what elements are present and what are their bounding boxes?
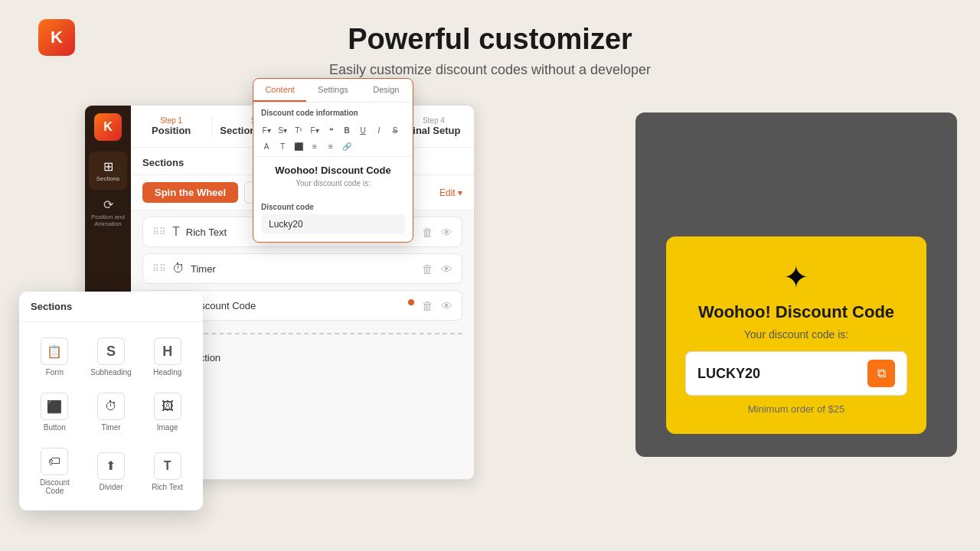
table-row: ⠿⠿ ⏱ Timer 🗑 👁 (142, 253, 462, 284)
code-woohoo-title: Woohoo! Discount Code (261, 165, 405, 176)
code-woohoo-sub: Your discount code is: (261, 179, 405, 187)
card-subtitle: Your discount code is: (685, 328, 907, 341)
list-item[interactable]: 🏷 Discount Code (27, 440, 83, 503)
discount-popup-icon: 🏷 (41, 448, 68, 475)
format-btn[interactable]: T (276, 139, 289, 153)
image-label: Image (157, 423, 178, 432)
form-icon: 📋 (41, 337, 68, 365)
content-area: K ⊞ Sections ⟳ Position and Animation St… (0, 90, 980, 533)
list-item[interactable]: 🖼 Image (139, 385, 195, 439)
subheading-label: Subheading (90, 368, 131, 377)
page-title: Powerful customizer (0, 23, 980, 56)
timer-visibility-icon[interactable]: 👁 (441, 262, 452, 276)
copy-code-button[interactable]: ⧉ (867, 360, 895, 387)
divider-label: Divider (99, 483, 122, 491)
sections-icon: ⊞ (103, 159, 113, 174)
button-label: Button (44, 423, 66, 432)
timer-name: Timer (191, 263, 416, 275)
richtext-type-icon: T (172, 225, 180, 239)
discount-popup-label: Discount Code (31, 478, 79, 495)
subheading-icon: S (97, 337, 125, 365)
sections-popup: Sections 📋 Form S Subheading H Heading ⬛… (19, 292, 203, 510)
heading-icon: H (154, 337, 181, 365)
copy-icon: ⧉ (877, 367, 886, 380)
position-icon: ⟳ (103, 197, 113, 212)
spin-wheel-tab[interactable]: Spin the Wheel (142, 182, 238, 203)
sections-grid: 📋 Form S Subheading H Heading ⬛ Button ⏱… (19, 322, 203, 510)
step-1-num: Step 1 (139, 116, 204, 125)
discount-actions: 🗑 👁 (408, 299, 452, 312)
sidebar-item-sections[interactable]: ⊞ Sections (89, 152, 127, 190)
divider-icon: ⬆ (97, 452, 125, 480)
sidebar-logo: K (94, 113, 122, 141)
timer-actions: 🗑 👁 (422, 262, 452, 276)
font-style-btn[interactable]: F▾ (308, 123, 322, 137)
red-dot-indicator (408, 299, 414, 305)
indent-btn[interactable]: ⬛ (292, 139, 305, 153)
sections-popup-title: Sections (19, 292, 203, 322)
timer-icon: ⏱ (97, 393, 125, 420)
align-left-btn[interactable]: ≡ (308, 139, 322, 153)
code-content: Woohoo! Discount Code Your discount code… (253, 157, 413, 203)
list-item[interactable]: 📋 Form (27, 330, 83, 384)
star-decoration: ✦ (685, 259, 907, 295)
card-note: Minimum order of $25 (685, 403, 907, 415)
discount-card: ✦ Woohoo! Discount Code Your discount co… (666, 236, 926, 434)
code-editor-popup: Content Settings Design Discount code in… (253, 78, 413, 243)
sidebar-item-position[interactable]: ⟳ Position and Animation (89, 193, 127, 231)
code-section-title: Discount code information (253, 103, 413, 120)
tab-design[interactable]: Design (360, 79, 413, 102)
richtext-delete-icon[interactable]: 🗑 (422, 226, 433, 239)
sidebar-sections-label: Sections (96, 175, 120, 182)
discount-visibility-icon[interactable]: 👁 (441, 299, 452, 312)
button-icon: ⬛ (41, 393, 68, 420)
discount-code-box: LUCKY20 ⧉ (685, 351, 907, 396)
timer-popup-label: Timer (101, 423, 120, 432)
step-1-name: Position (139, 125, 204, 136)
font-family-btn[interactable]: F▾ (260, 123, 273, 137)
sidebar-position-label: Position and Animation (89, 214, 127, 227)
list-item[interactable]: ⬆ Divider (83, 440, 139, 503)
bold-btn[interactable]: B (340, 123, 354, 137)
list-item[interactable]: ⬛ Button (27, 385, 83, 439)
timer-type-icon: ⏱ (172, 262, 185, 276)
list-item[interactable]: ⏱ Timer (83, 385, 139, 439)
discount-delete-icon[interactable]: 🗑 (422, 299, 433, 312)
page-subtitle: Easily customize discount codes without … (0, 62, 980, 78)
font-size-btn[interactable]: S▾ (276, 123, 289, 137)
richtext-popup-icon: T (154, 452, 181, 480)
preview-panel: ✦ Woohoo! Discount Code Your discount co… (635, 112, 957, 457)
underline-btn[interactable]: U (356, 123, 370, 137)
tab-content[interactable]: Content (253, 79, 306, 102)
discount-code-text: LUCKY20 (697, 366, 867, 382)
code-popup-tabs: Content Settings Design (253, 79, 413, 103)
link-btn[interactable]: 🔗 (340, 139, 354, 153)
strikethrough-btn[interactable]: S (388, 123, 402, 137)
list-item[interactable]: S Subheading (83, 330, 139, 384)
card-title: Woohoo! Discount Code (685, 302, 907, 322)
discount-name: Discount Code (191, 300, 402, 311)
drag-handle-richtext[interactable]: ⠿⠿ (152, 227, 166, 237)
richtext-visibility-icon[interactable]: 👁 (441, 226, 452, 239)
page-header: Powerful customizer Easily customize dis… (0, 0, 980, 90)
drag-handle-timer[interactable]: ⠿⠿ (152, 263, 166, 274)
color-btn[interactable]: A (260, 139, 273, 153)
quote-btn[interactable]: ❝ (324, 123, 338, 137)
list-item[interactable]: T Rich Text (139, 440, 195, 503)
text-transform-btn[interactable]: T¹ (292, 123, 305, 137)
italic-btn[interactable]: I (372, 123, 386, 137)
heading-label: Heading (153, 368, 181, 377)
richtext-actions: 🗑 👁 (422, 226, 452, 239)
richtext-popup-label: Rich Text (152, 483, 183, 491)
step-1[interactable]: Step 1 Position (131, 116, 211, 136)
image-icon: 🖼 (154, 393, 181, 420)
tab-settings[interactable]: Settings (306, 79, 359, 102)
list-item[interactable]: H Heading (139, 330, 195, 384)
edit-button[interactable]: Edit ▾ (439, 187, 462, 198)
discount-code-value: Lucky20 (261, 214, 405, 234)
align-right-btn[interactable]: ≡ (324, 139, 338, 153)
discount-code-label: Discount code (253, 203, 413, 214)
form-label: Form (46, 368, 64, 377)
code-toolbar: F▾ S▾ T¹ F▾ ❝ B U I S A T ⬛ ≡ ≡ 🔗 (253, 120, 413, 157)
timer-delete-icon[interactable]: 🗑 (422, 262, 433, 276)
